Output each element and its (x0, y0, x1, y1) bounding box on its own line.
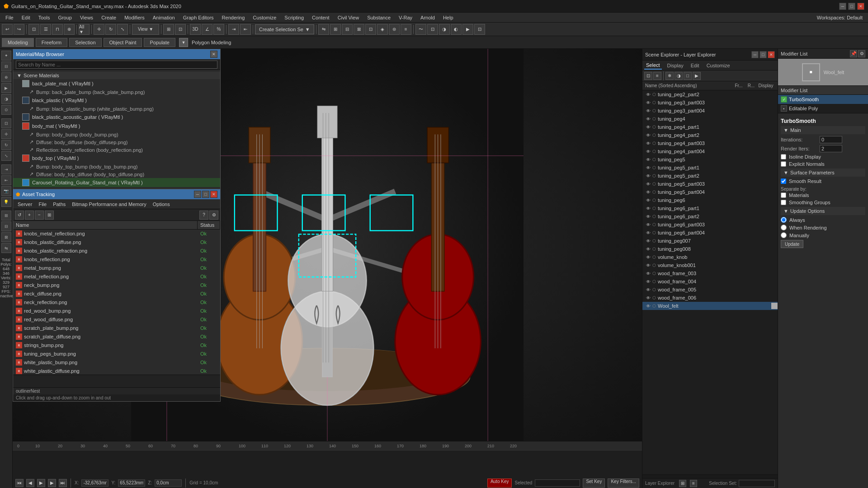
visibility-icon-8[interactable]: 👁 (646, 149, 651, 154)
mat-sub-back-plate-bump[interactable]: ↗ Bump: back_plate_bump (back_plate_bump… (13, 88, 220, 96)
create-selection-set-button[interactable]: Create Selection Se ▼ (255, 24, 314, 34)
tree-item-tuning-peg4-part2[interactable]: 👁 ⬡ tuning_peg4_part2 (642, 131, 778, 139)
menu-scripting[interactable]: Scripting (281, 14, 307, 21)
tree-item-wood-frame-004[interactable]: 👁 ⬡ wood_frame_004 (642, 277, 778, 286)
scale-button[interactable]: ⤡ (117, 24, 128, 35)
menu-rendering[interactable]: Rendering (218, 14, 249, 21)
snaps-icon[interactable]: ⊞ (1, 211, 11, 221)
tree-item-tuning-peg5-part2[interactable]: 👁 ⬡ tuning_peg5_part2 (642, 172, 778, 180)
visibility-icon-16[interactable]: 👁 (646, 214, 651, 219)
visibility-icon-20[interactable]: 👁 (646, 247, 651, 252)
visibility-icon-4[interactable]: 👁 (646, 117, 651, 122)
smooth-result-checkbox[interactable] (781, 178, 786, 184)
at-menu-server[interactable]: Server (15, 201, 35, 208)
menu-create[interactable]: Create (98, 14, 120, 21)
se-scrollbar[interactable] (642, 474, 778, 478)
layer-button[interactable]: ≡ (401, 24, 411, 35)
timeline-ruler[interactable]: 0 10 20 30 40 50 60 70 80 90 100 110 120… (13, 441, 642, 450)
at-row-16[interactable]: R white_plastic_bump.png Ok (13, 358, 220, 367)
select-icon[interactable]: ⊡ (1, 118, 11, 128)
goto-start-button[interactable]: ⏮ (15, 479, 24, 487)
link-button[interactable]: ⇥ (228, 24, 239, 35)
update-options-header[interactable]: ▼ Update Options (781, 207, 865, 215)
select-filter-dropdown[interactable]: All ▼ (79, 24, 90, 35)
tree-item-tuning-peg6[interactable]: 👁 ⬡ tuning_peg6 (642, 196, 778, 204)
align-icon[interactable]: ⊟ (1, 221, 11, 231)
visibility-icon-9[interactable]: 👁 (646, 157, 651, 162)
at-row-4[interactable]: R knobs_reflection.png Ok (13, 255, 220, 264)
visibility-icon-21[interactable]: 👁 (646, 255, 651, 260)
snap3d-button[interactable]: 3D (190, 24, 201, 35)
select-by-name-button[interactable]: ☰ (40, 24, 51, 35)
visibility-icon-14[interactable]: 👁 (646, 198, 651, 203)
main-section-header[interactable]: ▼ Main (781, 126, 865, 134)
at-help-button[interactable]: ? (199, 211, 208, 220)
tree-item-tuning-peg007[interactable]: 👁 ⬡ tuning_peg007 (642, 237, 778, 245)
se-filter-button[interactable]: ⊡ (644, 72, 652, 80)
mod-pin-icon[interactable]: 📌 (850, 50, 857, 57)
move-icon[interactable]: ✛ (1, 129, 11, 139)
move-button[interactable]: ✛ (94, 24, 104, 35)
at-menu-options[interactable]: Options (150, 201, 173, 208)
x-coord-input[interactable] (81, 479, 108, 487)
at-row-9[interactable]: R neck_reflection.png Ok (13, 298, 220, 307)
tree-item-tuning-peg008[interactable]: 👁 ⬡ tuning_peg008 (642, 245, 778, 253)
set-key-button[interactable]: Set Key (583, 479, 605, 488)
visibility-icon-18[interactable]: 👁 (646, 230, 651, 235)
mat-browser-close[interactable]: ✕ (210, 51, 217, 58)
tree-item-tuning-peg2-part2[interactable]: 👁 ⬡ tuning_peg2_part2 (642, 90, 778, 99)
visibility-icon-1[interactable]: 👁 (646, 92, 651, 97)
render-to-texture-button[interactable]: ⊡ (474, 24, 485, 35)
lasso-select-button[interactable]: ⊓ (52, 24, 63, 35)
viewport[interactable]: [+][Perspective][S] Material/Map Browser… (13, 49, 642, 441)
tree-item-tuning-peg5[interactable]: 👁 ⬡ tuning_peg5 (642, 155, 778, 164)
at-row-12[interactable]: R scratch_plate_bump.png Ok (13, 324, 220, 333)
menu-vray[interactable]: V-Ray (395, 14, 416, 21)
paint-select-button[interactable]: ⊕ (64, 24, 75, 35)
link-icon[interactable]: ⇥ (1, 164, 11, 174)
visibility-icon-23[interactable]: 👁 (646, 271, 651, 276)
visibility-icon-27[interactable]: 👁 (646, 304, 651, 309)
visibility-icon-2[interactable]: 👁 (646, 100, 651, 105)
menu-substance[interactable]: Substance (363, 14, 394, 21)
tree-item-tuning-peg4-part003[interactable]: 👁 ⬡ tuning_peg4_part003 (642, 139, 778, 147)
mat-sub-body-top-diffuse[interactable]: ↗ Diffuse: body_top_diffuse (body_top_di… (13, 170, 220, 178)
tab-freeform[interactable]: Freeform (36, 38, 68, 47)
y-coord-input[interactable] (118, 479, 145, 487)
tree-item-wood-frame-006[interactable]: 👁 ⬡ wood_frame_006 (642, 294, 778, 302)
at-row-15[interactable]: R tuning_pegs_bump.png Ok (13, 350, 220, 358)
at-settings-button[interactable]: ⚙ (209, 211, 218, 220)
material-search-input[interactable] (16, 61, 217, 69)
menu-help[interactable]: Help (439, 14, 457, 21)
array-icon[interactable]: ⊠ (1, 232, 11, 242)
mat-black-plastic[interactable]: black_plastic ( VRayMtl ) (13, 96, 220, 105)
se-freeze-button[interactable]: ❄ (665, 72, 674, 80)
visibility-icon-5[interactable]: 👁 (646, 125, 651, 130)
se-box-button[interactable]: □ (684, 72, 692, 80)
tree-item-tuning-peg4-part004[interactable]: 👁 ⬡ tuning_peg4_part004 (642, 147, 778, 155)
se-tab-select[interactable]: Select (644, 61, 662, 70)
asset-tracking-maximize[interactable]: □ (202, 191, 209, 198)
se-bottom-icon1[interactable]: ⊞ (679, 480, 686, 487)
maximize-button[interactable]: □ (848, 3, 855, 10)
align-button[interactable]: ⊟ (342, 24, 353, 35)
tree-item-tuning-peg5-part003[interactable]: 👁 ⬡ tuning_peg5_part003 (642, 180, 778, 188)
mat-black-plastic-acoustic[interactable]: black_plastic_acoustic_guitar ( VRayMtl … (13, 113, 220, 122)
visibility-icon-6[interactable]: 👁 (646, 133, 651, 138)
at-row-5[interactable]: R metal_bump.png Ok (13, 264, 220, 272)
visibility-icon-17[interactable]: 👁 (646, 222, 651, 227)
visibility-icon-3[interactable]: 👁 (646, 108, 651, 113)
mod-configure-icon[interactable]: ⚙ (858, 50, 865, 57)
menu-customize[interactable]: Customize (249, 14, 280, 21)
tab-selection[interactable]: Selection (69, 38, 101, 47)
pivot-button[interactable]: ⊞ (163, 24, 174, 35)
array-button[interactable]: ⊞ (330, 24, 341, 35)
mat-sub-body-reflection[interactable]: ↗ Reflection: body_reflection (body_refl… (13, 146, 220, 154)
menu-animation[interactable]: Animation (149, 14, 179, 21)
at-row-11[interactable]: R red_wood_diffuse.png Ok (13, 315, 220, 324)
mod-editable-poly[interactable]: ▪ Editable Poly (778, 104, 868, 113)
at-menu-paths[interactable]: Paths (50, 201, 68, 208)
tree-item-tuning-peg3-part003[interactable]: 👁 ⬡ tuning_peg3_part003 (642, 99, 778, 107)
mat-body[interactable]: body_mat ( VRayMtl ) (13, 122, 220, 131)
visibility-icon-11[interactable]: 👁 (646, 174, 651, 178)
